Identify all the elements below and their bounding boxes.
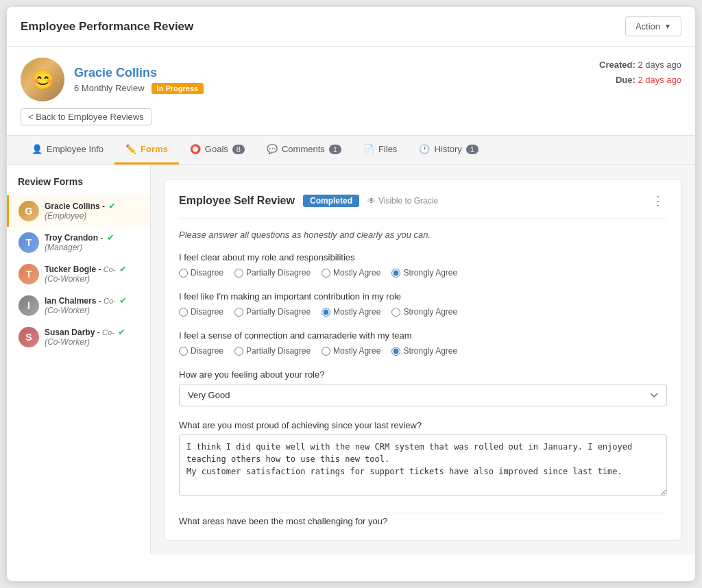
question-1-options: Disagree Partially Disagree Mostly Agree…	[179, 268, 667, 278]
q3-mostly-agree[interactable]: Mostly Agree	[322, 346, 380, 356]
chevron-down-icon: ▼	[664, 23, 671, 30]
proud-achievement-textarea[interactable]: I think I did quite well with the new CR…	[179, 434, 667, 496]
goals-icon: ⭕	[190, 144, 201, 154]
reviewer-role-tucker: (Co-Worker)	[45, 274, 127, 284]
avatar: 😊	[21, 58, 64, 101]
question-1-text: I feel clear about my role and responsib…	[179, 252, 667, 262]
check-icon-troy: ✔	[107, 232, 114, 243]
question-3-text: I feel a sense of connection and camarad…	[179, 330, 667, 341]
reviewer-avatar-tucker: T	[19, 264, 39, 284]
reviewer-name-tucker: Tucker Bogle	[45, 265, 96, 274]
history-icon: 🕐	[419, 144, 430, 154]
q2-disagree[interactable]: Disagree	[179, 307, 223, 317]
reviewer-role-susan: (Co-Worker)	[45, 337, 125, 347]
tab-employee-info[interactable]: 👤 Employee Info	[21, 136, 114, 164]
section-title: Review Forms	[7, 176, 150, 195]
comments-badge: 1	[329, 145, 341, 154]
reviewer-gracie[interactable]: G Gracie Collins - ✔ (Employee)	[7, 195, 150, 227]
reviewer-tucker[interactable]: T Tucker Bogle - Co- ✔ (Co-Worker)	[7, 258, 150, 290]
employee-bar: 😊 Gracie Collins 6 Monthly Review In Pro…	[7, 47, 695, 108]
goals-badge: 8	[232, 145, 245, 154]
q1-disagree[interactable]: Disagree	[179, 268, 223, 278]
check-icon-tucker: ✔	[119, 264, 127, 274]
tab-comments[interactable]: 💬 Comments 1	[256, 136, 352, 164]
reviewer-avatar-ian: I	[19, 295, 39, 316]
q2-strongly-agree[interactable]: Strongly Agree	[391, 307, 457, 317]
reviewer-role-troy: (Manager)	[45, 243, 114, 252]
q2-partially-disagree[interactable]: Partially Disagree	[234, 307, 311, 317]
reviewer-role-ian: (Co-Worker)	[45, 306, 127, 315]
reviewer-name-ian: Ian Chalmers	[45, 296, 96, 306]
q1-strongly-agree[interactable]: Strongly Agree	[391, 268, 457, 278]
check-icon-susan: ✔	[118, 327, 125, 337]
reviewer-troy[interactable]: T Troy Crandon - ✔ (Manager)	[7, 227, 150, 258]
back-to-reviews-link[interactable]: < Back to Employee Reviews	[21, 108, 152, 125]
person-icon: 👤	[32, 144, 43, 154]
question-2-text: I feel like I'm making an important cont…	[179, 291, 667, 302]
reviewer-role-gracie: (Employee)	[45, 211, 116, 221]
dropdown-label: How are you feeling about your role?	[179, 369, 667, 380]
tab-goals[interactable]: ⭕ Goals 8	[179, 136, 256, 164]
employee-name: Gracie Collins	[74, 66, 204, 80]
last-question: What areas have been the most challengin…	[179, 513, 667, 526]
tab-history[interactable]: 🕐 History 1	[408, 136, 489, 164]
meta-info: Created: 2 days ago Due: 2 days ago	[599, 58, 681, 88]
check-icon-ian: ✔	[119, 295, 127, 306]
left-panel: Review Forms G Gracie Collins - ✔ (Emplo…	[7, 165, 151, 554]
history-badge: 1	[466, 145, 479, 154]
q2-mostly-agree[interactable]: Mostly Agree	[322, 307, 380, 317]
reviewer-ian[interactable]: I Ian Chalmers - Co- ✔ (Co-Worker)	[7, 290, 150, 321]
reviewer-avatar-troy: T	[19, 232, 39, 253]
question-3-options: Disagree Partially Disagree Mostly Agree…	[179, 346, 667, 356]
action-button[interactable]: Action ▼	[625, 16, 681, 36]
q1-mostly-agree[interactable]: Mostly Agree	[322, 268, 380, 278]
q3-partially-disagree[interactable]: Partially Disagree	[234, 346, 311, 356]
q3-disagree[interactable]: Disagree	[179, 346, 223, 356]
reviewer-name-susan: Susan Darby	[45, 328, 95, 337]
tab-forms[interactable]: ✏️ Forms	[114, 136, 179, 164]
reviewer-avatar-susan: S	[19, 327, 39, 347]
form-title: Employee Self Review	[179, 195, 295, 207]
comments-icon: 💬	[267, 144, 278, 154]
question-3: I feel a sense of connection and camarad…	[179, 330, 667, 356]
form-menu-button[interactable]: ⋮	[649, 193, 667, 208]
files-icon: 📄	[363, 144, 374, 154]
question-2-options: Disagree Partially Disagree Mostly Agree…	[179, 307, 667, 317]
edit-icon: ✏️	[125, 144, 136, 154]
textarea-label: What are you most proud of achieving sin…	[179, 420, 667, 430]
visible-label: 👁 Visible to Gracie	[367, 196, 438, 206]
tab-files[interactable]: 📄 Files	[352, 136, 408, 164]
reviewer-name-gracie: Gracie Collins	[45, 201, 100, 211]
textarea-question: What are you most proud of achieving sin…	[179, 420, 667, 499]
question-2: I feel like I'm making an important cont…	[179, 291, 667, 317]
reviewer-avatar-gracie: G	[19, 201, 39, 221]
q3-strongly-agree[interactable]: Strongly Agree	[391, 346, 457, 356]
page-title: Employee Performance Review	[21, 20, 193, 34]
check-icon-gracie: ✔	[108, 201, 116, 211]
right-panel: Employee Self Review Completed 👁 Visible…	[151, 165, 695, 554]
reviewer-name-troy: Troy Crandon	[45, 233, 98, 243]
form-card: Employee Self Review Completed 👁 Visible…	[165, 179, 681, 541]
reviewer-susan[interactable]: S Susan Darby - Co- ✔ (Co-Worker)	[7, 321, 150, 353]
q1-partially-disagree[interactable]: Partially Disagree	[234, 268, 311, 278]
status-badge: In Progress	[152, 83, 204, 94]
eye-icon: 👁	[367, 196, 376, 206]
form-instructions: Please answer all questions as honestly …	[179, 230, 667, 240]
question-1: I feel clear about my role and responsib…	[179, 252, 667, 278]
role-feeling-dropdown[interactable]: Very Good Good Neutral Bad Very Bad	[179, 384, 667, 406]
tabs-bar: 👤 Employee Info ✏️ Forms ⭕ Goals 8 💬 Com…	[7, 135, 695, 165]
dropdown-question: How are you feeling about your role? Ver…	[179, 369, 667, 406]
completed-badge: Completed	[303, 195, 359, 207]
review-type: 6 Monthly Review	[74, 83, 145, 93]
